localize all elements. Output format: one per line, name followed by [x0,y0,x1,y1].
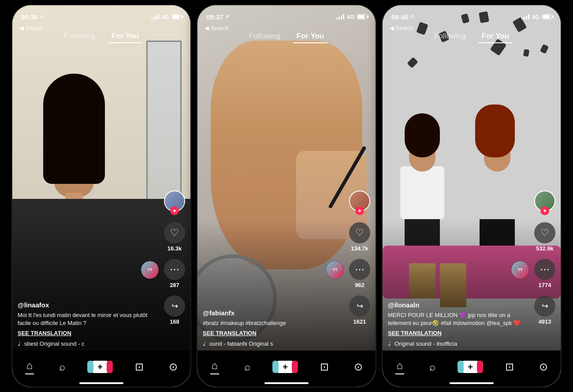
bottom-content-1: @linaafox Moi tt l'es lundi matin devant… [18,301,160,347]
network-type-2: 4G [347,14,354,20]
home-underline-3 [395,373,404,374]
nav-inbox-1[interactable]: ⊡ [135,361,144,373]
tab-for-you-2[interactable]: For You [293,30,328,43]
create-button-2[interactable]: + [276,361,294,373]
comment-button-3[interactable]: ⋯ [534,259,555,280]
tab-following-3[interactable]: Following [431,30,469,43]
nav-create-2[interactable]: + [276,361,294,373]
like-group-3: ♡ 532.9k [534,222,555,252]
search-icon-2: ⌕ [244,361,250,373]
home-icon-3: ⌂ [397,359,403,372]
tiktok-disc-1: TT [141,261,159,279]
bottom-nav-1: ⌂ ⌕ + ⊡ ⊙ [12,351,190,387]
right-sidebar-1: + ♡ 16.3k ⋯ 287 ↪ 168 TT [164,190,185,325]
nav-inbox-3[interactable]: ⊡ [505,361,514,373]
nav-profile-1[interactable]: ⊙ [169,361,178,373]
creator-avatar-3[interactable]: + [534,190,555,212]
battery-icon-1 [172,14,182,19]
like-button-1[interactable]: ♡ [164,222,185,243]
create-button-3[interactable]: + [461,361,480,373]
comment-button-2[interactable]: ⋯ [349,259,370,280]
bottom-content-2: @fabianfx #bratz #makeup #bratzchallenge… [203,309,345,347]
username-1[interactable]: @linaafox [18,301,160,309]
home-icon-2: ⌂ [212,359,218,372]
tab-for-you-1[interactable]: For You [108,30,143,43]
time-display-1: 09:36 ↗ [21,13,44,21]
username-3[interactable]: @ilonaaln [388,301,530,309]
share-count-3: 4913 [539,318,551,325]
nav-search-3[interactable]: ⌕ [429,361,435,373]
bottom-nav-3: ⌂ ⌕ + ⊡ ⊙ [383,351,561,387]
create-plus-icon-2: + [283,362,288,372]
follow-button-2[interactable]: + [355,206,364,215]
phone-3: 09:46 ↗ 4G ◀ Search Following Fo [382,4,562,388]
creator-avatar-1[interactable]: + [164,190,185,212]
status-bar-2: 09:37 ↗ 4G [197,5,376,25]
status-bar-1: 09:36 ↗ 4G [12,5,190,25]
comment-button-1[interactable]: ⋯ [164,259,185,280]
comment-count-2: 962 [355,282,365,288]
home-indicator-1 [79,382,123,384]
caption-1: Moi tt l'es lundi matin devant le miroir… [18,311,160,327]
share-group-2: ↪ 1621 [349,295,370,325]
sound-bar-2: ♩ ound - fabianfx Original s [203,340,345,347]
see-translation-2[interactable]: SEE TRANSLATION [203,330,345,336]
nav-home-3[interactable]: ⌂ [395,359,404,374]
status-icons-2: 4G [336,14,367,20]
comment-group-3: ⋯ 1774 [534,259,555,288]
search-icon-1: ⌕ [59,361,65,373]
creator-avatar-2[interactable]: + [349,190,370,212]
nav-inbox-2[interactable]: ⊡ [320,361,329,373]
nav-home-1[interactable]: ⌂ [25,359,34,374]
follow-button-3[interactable]: + [540,206,549,215]
signal-icon-1 [151,14,159,19]
tiktok-disc-3: TT [511,261,529,279]
time-display-2: 09:37 ↗ [206,13,229,21]
username-2[interactable]: @fabianfx [203,309,345,317]
tab-following-1[interactable]: Following [60,30,99,43]
nav-create-3[interactable]: + [461,361,480,373]
nav-search-1[interactable]: ⌕ [59,361,65,373]
share-count-1: 168 [170,318,179,325]
home-underline-1 [25,373,34,374]
sound-text-3: Original sound - itsofficia [394,340,457,347]
nav-search-2[interactable]: ⌕ [244,361,250,373]
right-sidebar-2: + ♡ 134.7k ⋯ 962 ↪ 1621 TT [349,190,370,325]
share-button-2[interactable]: ↪ [349,295,370,317]
see-translation-1[interactable]: SEE TRANSLATION [18,330,160,336]
nav-tabs-1: Following For You [12,30,190,43]
nav-profile-2[interactable]: ⊙ [354,361,363,373]
nav-profile-3[interactable]: ⊙ [539,361,548,373]
phones-container: 09:36 ↗ 4G ◀ Search Followin [11,4,562,388]
create-button-1[interactable]: + [91,361,109,373]
like-button-2[interactable]: ♡ [349,222,370,243]
like-button-3[interactable]: ♡ [534,222,555,243]
like-count-3: 532.9k [536,245,554,252]
status-bar-3: 09:46 ↗ 4G [383,5,561,25]
tab-following-2[interactable]: Following [246,30,284,43]
nav-create-1[interactable]: + [91,361,109,373]
profile-icon-1: ⊙ [169,361,178,373]
location-icon-2: ↗ [225,14,229,20]
tab-for-you-3[interactable]: For You [478,30,513,43]
inbox-icon-1: ⊡ [135,361,144,373]
follow-button-1[interactable]: + [170,206,179,215]
home-indicator-3 [450,382,494,384]
comment-count-3: 1774 [539,282,551,288]
create-plus-icon-1: + [97,362,103,372]
location-icon-3: ↗ [410,14,414,20]
nav-home-2[interactable]: ⌂ [210,359,219,374]
share-button-3[interactable]: ↪ [534,295,555,317]
profile-icon-3: ⊙ [539,361,548,373]
nav-tabs-2: Following For You [197,30,376,43]
share-button-1[interactable]: ↪ [164,295,185,317]
status-icons-1: 4G [151,14,182,20]
battery-icon-2 [357,14,367,19]
sound-bar-3: ♩ Original sound - itsofficia [388,340,530,347]
see-translation-3[interactable]: SEE TRANSLATION [388,330,530,336]
signal-icon-2 [336,14,344,19]
like-group-2: ♡ 134.7k [349,222,370,252]
phone-2: 09:37 ↗ 4G ◀ Search Following Fo [197,4,376,388]
bottom-nav-2: ⌂ ⌕ + ⊡ ⊙ [197,351,376,387]
share-group-1: ↪ 168 [164,295,185,325]
